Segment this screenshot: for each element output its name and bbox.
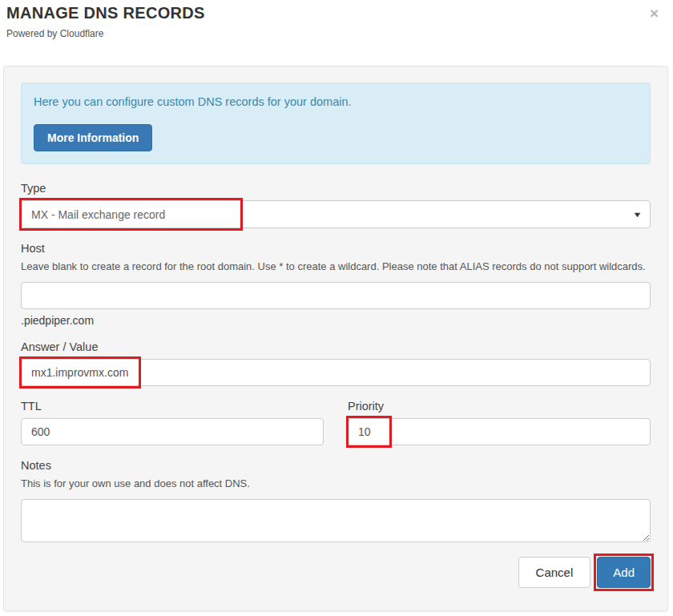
ttl-priority-row: TTL Priority — [21, 400, 651, 445]
answer-input[interactable] — [21, 359, 651, 386]
type-field-group: Type MX - Mail exchange record ▼ — [21, 182, 651, 228]
notes-field-group: Notes This is for your own use and does … — [21, 459, 651, 542]
ttl-input[interactable] — [21, 418, 324, 445]
priority-input[interactable] — [348, 418, 651, 445]
info-alert: Here you can configure custom DNS record… — [21, 83, 651, 164]
priority-label: Priority — [348, 400, 651, 413]
powered-by-text: Powered by Cloudflare — [6, 28, 665, 39]
action-buttons-row: Cancel Add — [21, 557, 651, 588]
priority-input-wrap — [348, 418, 651, 445]
type-label: Type — [21, 182, 651, 195]
priority-field-group: Priority — [348, 400, 651, 445]
notes-hint-text: This is for your own use and does not af… — [21, 477, 651, 489]
more-information-button[interactable]: More Information — [34, 124, 152, 151]
ttl-label: TTL — [21, 400, 324, 413]
page-title: MANAGE DNS RECORDS — [6, 4, 665, 22]
host-label: Host — [21, 242, 651, 255]
ttl-field-group: TTL — [21, 400, 324, 445]
answer-input-wrap — [21, 359, 651, 386]
cancel-button[interactable]: Cancel — [518, 557, 591, 588]
notes-label: Notes — [21, 459, 651, 472]
answer-field-group: Answer / Value — [21, 340, 651, 386]
dialog-header: MANAGE DNS RECORDS Powered by Cloudflare — [0, 0, 673, 39]
type-select[interactable]: MX - Mail exchange record — [21, 200, 651, 228]
answer-label: Answer / Value — [21, 340, 651, 353]
info-alert-message: Here you can configure custom DNS record… — [34, 95, 638, 108]
close-icon[interactable]: × — [645, 5, 663, 22]
host-field-group: Host Leave blank to create a record for … — [21, 242, 651, 327]
host-hint-text: Leave blank to create a record for the r… — [21, 260, 651, 272]
host-domain-suffix: .piedpiper.com — [21, 314, 651, 327]
add-button[interactable]: Add — [597, 557, 651, 588]
add-button-wrap: Add — [597, 557, 651, 588]
dns-form-panel: Here you can configure custom DNS record… — [3, 66, 668, 611]
host-input[interactable] — [21, 282, 651, 309]
type-select-wrap: MX - Mail exchange record ▼ — [21, 200, 651, 228]
notes-textarea[interactable] — [21, 499, 651, 542]
